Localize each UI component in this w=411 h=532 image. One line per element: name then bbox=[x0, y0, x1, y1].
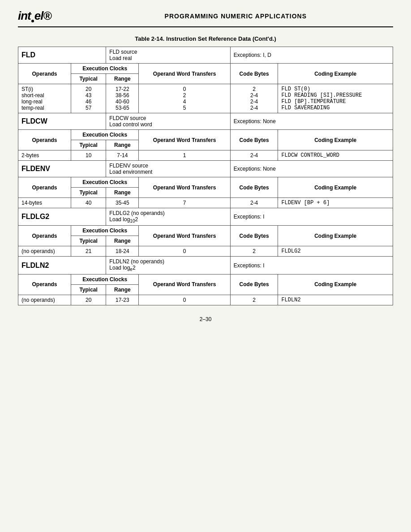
fldenv-operands-data: 14-bytes bbox=[18, 198, 71, 208]
fld-operands-header: Operands bbox=[18, 64, 71, 84]
fld-operands-data: ST(i) short-real long-real temp-real bbox=[18, 84, 71, 113]
logo-suffix: el bbox=[34, 9, 43, 22]
fld-range-data: 17-22 38-56 40-60 53-65 bbox=[106, 84, 139, 113]
fldln2-typical-data: 20 bbox=[71, 295, 106, 305]
fldenv-range-data: 35-45 bbox=[106, 198, 139, 208]
fldenv-header-row: FLDENV FLDENV source Load environment Ex… bbox=[18, 161, 393, 177]
fldenv-coding-example-header: Coding Example bbox=[278, 177, 393, 198]
fld-transfers-header: Operand Word Transfers bbox=[139, 64, 231, 84]
fldln2-range-data: 17-23 bbox=[106, 295, 139, 305]
fld-typical-data: 20 43 46 57 bbox=[71, 84, 106, 113]
fldenv-transfers-header: Operand Word Transfers bbox=[139, 177, 231, 198]
fldln2-coding-example-data: FLDLN2 bbox=[278, 295, 393, 305]
fld-coding-example-data: FLD ST(0) FLD READING [SI].PRESSURE FLD … bbox=[278, 84, 393, 113]
fldlg2-operands-data: (no operands) bbox=[18, 246, 71, 257]
fldln2-name: FLDLN2 bbox=[18, 257, 106, 274]
fldln2-coding-example-header: Coding Example bbox=[278, 274, 393, 295]
fldenv-exceptions: Exceptions: None bbox=[230, 161, 393, 177]
instruction-table: FLD FLD source Load real Exceptions: I, … bbox=[18, 47, 393, 305]
fldlg2-code-bytes-header: Code Bytes bbox=[230, 226, 278, 246]
fldcw-coding-example-data: FLDCW CONTROL_WORD bbox=[278, 150, 393, 161]
fldcw-transfers-data: 1 bbox=[139, 150, 231, 161]
fldcw-exceptions: Exceptions: None bbox=[230, 113, 393, 130]
fldln2-typical-header: Typical bbox=[71, 284, 106, 295]
fldcw-desc: FLDCW source Load control word bbox=[106, 113, 231, 130]
fldcw-typical-header: Typical bbox=[71, 140, 106, 150]
fldln2-code-bytes-header: Code Bytes bbox=[230, 274, 278, 295]
fldlg2-range-header: Range bbox=[106, 236, 139, 246]
fld-code-bytes-header: Code Bytes bbox=[230, 64, 278, 84]
fld-desc: FLD source Load real bbox=[106, 47, 231, 64]
page-title: PROGRAMMING NUMERIC APPLICATIONS bbox=[51, 13, 393, 20]
fldenv-col-headers: Operands Execution Clocks Operand Word T… bbox=[18, 177, 393, 188]
fldenv-code-bytes-header: Code Bytes bbox=[230, 177, 278, 198]
fld-header-row: FLD FLD source Load real Exceptions: I, … bbox=[18, 47, 393, 64]
fldenv-code-bytes-data: 2-4 bbox=[230, 198, 278, 208]
fldcw-transfers-header: Operand Word Transfers bbox=[139, 130, 231, 150]
fldlg2-range-data: 18-24 bbox=[106, 246, 139, 257]
fldenv-typical-header: Typical bbox=[71, 188, 106, 198]
page-footer: 2–30 bbox=[18, 316, 393, 322]
fldlg2-coding-example-header: Coding Example bbox=[278, 226, 393, 246]
fldlg2-typical-data: 21 bbox=[71, 246, 106, 257]
fldenv-data-row: 14-bytes 40 35-45 7 2-4 FLDENV [BP + 6] bbox=[18, 198, 393, 208]
fldln2-operands-data: (no operands) bbox=[18, 295, 71, 305]
fld-range-header: Range bbox=[106, 74, 139, 84]
table-title: Table 2-14. Instruction Set Reference Da… bbox=[18, 35, 393, 42]
fldlg2-transfers-data: 0 bbox=[139, 246, 231, 257]
fldenv-typical-data: 40 bbox=[71, 198, 106, 208]
fldlg2-exec-clocks-header: Execution Clocks bbox=[71, 226, 139, 236]
logo-dot bbox=[31, 20, 34, 22]
fldln2-exceptions: Exceptions: I bbox=[230, 257, 393, 274]
fldln2-operands-header: Operands bbox=[18, 274, 71, 295]
fld-exec-clocks-header: Execution Clocks bbox=[71, 64, 139, 74]
fld-name: FLD bbox=[18, 47, 106, 64]
fldlg2-desc: FLDLG2 (no operands) Load log102 bbox=[106, 208, 231, 226]
fldenv-range-header: Range bbox=[106, 188, 139, 198]
fldcw-data-row: 2-bytes 10 7-14 1 2-4 FLDCW CONTROL_WORD bbox=[18, 150, 393, 161]
fld-transfers-data: 0 2 4 5 bbox=[139, 84, 231, 113]
fldln2-col-headers: Operands Execution Clocks Operand Word T… bbox=[18, 274, 393, 284]
fldenv-coding-example-data: FLDENV [BP + 6] bbox=[278, 198, 393, 208]
fldln2-code-bytes-data: 2 bbox=[230, 295, 278, 305]
fldlg2-col-headers: Operands Execution Clocks Operand Word T… bbox=[18, 226, 393, 236]
fld-coding-example-header: Coding Example bbox=[278, 64, 393, 84]
fldlg2-coding-example-data: FLDLG2 bbox=[278, 246, 393, 257]
fldln2-transfers-header: Operand Word Transfers bbox=[139, 274, 231, 295]
fldcw-name: FLDCW bbox=[18, 113, 106, 130]
fld-data-row: ST(i) short-real long-real temp-real 20 … bbox=[18, 84, 393, 113]
fldlg2-data-row: (no operands) 21 18-24 0 2 FLDLG2 bbox=[18, 246, 393, 257]
fldlg2-code-bytes-data: 2 bbox=[230, 246, 278, 257]
fldlg2-transfers-header: Operand Word Transfers bbox=[139, 226, 231, 246]
fldln2-desc: FLDLN2 (no operands) Load loge2 bbox=[106, 257, 231, 274]
fldenv-transfers-data: 7 bbox=[139, 198, 231, 208]
fld-col-headers: Operands Execution Clocks Operand Word T… bbox=[18, 64, 393, 74]
logo-text: int bbox=[18, 9, 31, 22]
page-header: intel® PROGRAMMING NUMERIC APPLICATIONS bbox=[18, 9, 393, 27]
fldln2-header-row: FLDLN2 FLDLN2 (no operands) Load loge2 E… bbox=[18, 257, 393, 274]
fldenv-operands-header: Operands bbox=[18, 177, 71, 198]
fldln2-data-row: (no operands) 20 17-23 0 2 FLDLN2 bbox=[18, 295, 393, 305]
fld-typical-header: Typical bbox=[71, 74, 106, 84]
fldcw-operands-data: 2-bytes bbox=[18, 150, 71, 161]
fldcw-range-header: Range bbox=[106, 140, 139, 150]
intel-logo: intel® bbox=[18, 9, 51, 23]
fldcw-code-bytes-data: 2-4 bbox=[230, 150, 278, 161]
fldcw-code-bytes-header: Code Bytes bbox=[230, 130, 278, 150]
fldln2-exec-clocks-header: Execution Clocks bbox=[71, 274, 139, 284]
page-number: 2–30 bbox=[200, 316, 212, 322]
fldcw-header-row: FLDCW FLDCW source Load control word Exc… bbox=[18, 113, 393, 130]
fldlg2-name: FLDLG2 bbox=[18, 208, 106, 226]
fldenv-desc: FLDENV source Load environment bbox=[106, 161, 231, 177]
fldenv-exec-clocks-header: Execution Clocks bbox=[71, 177, 139, 188]
fldlg2-typical-header: Typical bbox=[71, 236, 106, 246]
fld-code-bytes-data: 2 2-4 2-4 2-4 bbox=[230, 84, 278, 113]
fldcw-typical-data: 10 bbox=[71, 150, 106, 161]
fldcw-range-data: 7-14 bbox=[106, 150, 139, 161]
fldlg2-operands-header: Operands bbox=[18, 226, 71, 246]
fldcw-coding-example-header: Coding Example bbox=[278, 130, 393, 150]
fldln2-transfers-data: 0 bbox=[139, 295, 231, 305]
fldlg2-exceptions: Exceptions: I bbox=[230, 208, 393, 226]
fldcw-operands-header: Operands bbox=[18, 130, 71, 150]
fldlg2-header-row: FLDLG2 FLDLG2 (no operands) Load log102 … bbox=[18, 208, 393, 226]
